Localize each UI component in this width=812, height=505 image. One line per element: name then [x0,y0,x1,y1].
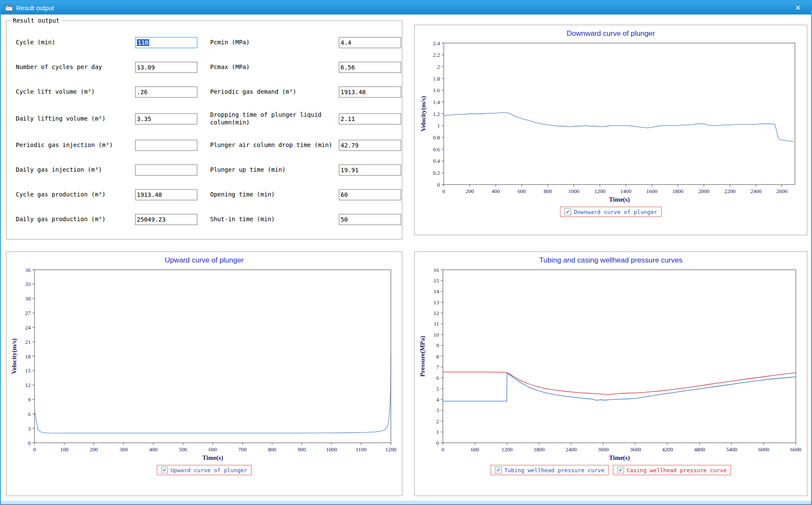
upward-legend-label: Upward curve of plunger [170,467,247,473]
svg-text:21: 21 [25,339,31,345]
liquid-drop-time-value: 2.11 [341,115,355,122]
svg-text:1: 1 [436,429,439,435]
app-window: Result output ✕ Result output Cycle (min… [0,0,812,505]
svg-text:1: 1 [437,122,440,129]
periodic-gas-injection-input[interactable] [135,140,197,151]
daily-lifting-volume-input[interactable]: 3.35 [135,113,197,124]
cycle-min-input[interactable]: 110 [135,37,197,48]
svg-text:33: 33 [25,281,31,287]
daily-gas-production-input[interactable]: 25049.23 [135,214,197,225]
svg-text:1200: 1200 [385,446,396,453]
svg-text:Time(s): Time(s) [202,454,223,462]
shut-in-time-value: 50 [341,216,348,223]
casing-legend-label: Casing wellhead pressure curve [627,467,727,473]
svg-text:0: 0 [33,446,36,453]
plunger-up-time-label: Plunger up time (min) [199,166,339,174]
svg-text:1.2: 1.2 [433,111,440,117]
cycle-min-label: Cycle (min) [16,39,135,46]
upward-legend-checkbox[interactable]: ✓ [161,467,168,473]
svg-text:3000: 3000 [598,446,609,453]
svg-text:100: 100 [60,446,69,453]
svg-text:600: 600 [471,446,480,453]
svg-text:9: 9 [436,342,439,349]
shut-in-time-input[interactable]: 50 [339,214,401,225]
downward-legend-label: Downward curve of plunger [574,209,657,215]
svg-text:2400: 2400 [566,446,577,453]
cycle-lift-volume-value: .26 [137,89,147,95]
pcmin-label: Pcmin (MPa) [199,39,339,46]
svg-text:2: 2 [437,63,440,70]
svg-text:0: 0 [442,446,445,453]
casing-legend-checkbox[interactable]: ✓ [617,467,624,473]
svg-text:Velocity(m/s): Velocity(m/s) [11,338,18,374]
svg-text:500: 500 [179,446,188,453]
downward-legend-checkbox[interactable]: ✓ [564,208,571,215]
cycles-per-day-input[interactable]: 13.09 [135,62,197,73]
cycle-min-value: 110 [137,39,149,46]
svg-text:1200: 1200 [594,188,605,194]
svg-text:400: 400 [491,188,500,194]
cycle-gas-production-value: 1913.48 [137,191,162,198]
check-icon: ✓ [162,467,167,473]
svg-text:700: 700 [238,446,247,453]
svg-text:2.2: 2.2 [433,52,440,58]
svg-text:2600: 2600 [776,188,787,194]
pcmax-input[interactable]: 6.56 [339,62,401,73]
daily-gas-production-label: Daily gas production (m³) [16,216,135,223]
periodic-gas-demand-label: Periodic gas demand (m³) [199,88,339,96]
svg-text:3: 3 [436,407,439,413]
pressure-chart-title: Tubing and casing wellhead pressure curv… [415,256,807,265]
svg-text:1.4: 1.4 [433,99,440,105]
svg-text:600: 600 [517,188,526,194]
svg-text:900: 900 [298,446,306,453]
client-area: Result output Cycle (min) 110 Pcmin (MPa… [1,14,811,501]
cycle-gas-production-input[interactable]: 1913.48 [135,189,197,200]
upward-legend: ✓ Upward curve of plunger [6,465,402,475]
svg-text:1100: 1100 [356,446,367,453]
downward-chart-panel: Downward curve of plunger 02004006008001… [414,25,807,235]
pcmin-input[interactable]: 4.4 [339,37,401,48]
svg-text:4200: 4200 [662,446,673,453]
air-drop-time-input[interactable]: 42.79 [339,140,401,151]
pcmax-value: 6.56 [341,64,355,71]
pcmax-label: Pcmax (MPa) [199,63,339,71]
daily-gas-production-value: 25049.23 [137,216,165,223]
air-drop-time-value: 42.79 [341,142,358,149]
svg-text:2000: 2000 [698,188,709,194]
svg-text:6: 6 [436,375,439,381]
cycle-gas-production-label: Cycle gas production (m³) [16,191,135,199]
periodic-gas-injection-label: Periodic gas injection (m³) [16,141,135,149]
tubing-legend-checkbox[interactable]: ✓ [495,467,502,473]
svg-text:15: 15 [25,367,31,374]
plunger-up-time-input[interactable]: 19.91 [339,164,401,176]
svg-text:800: 800 [543,188,552,194]
app-icon [5,4,13,12]
svg-text:1800: 1800 [672,188,683,194]
daily-lifting-volume-label: Daily lifting volume (m³) [16,115,135,123]
close-button[interactable]: ✕ [789,1,807,14]
svg-text:14: 14 [433,288,439,294]
pressure-plot: 0600120018002400300036004200480054006000… [418,265,803,462]
svg-text:Velocity(m/s): Velocity(m/s) [420,96,427,132]
svg-text:0: 0 [28,440,31,446]
upward-chart-panel: Upward curve of plunger 0100200300400500… [6,251,402,496]
cycles-per-day-label: Number of cycles per day [16,63,135,71]
liquid-drop-time-input[interactable]: 2.11 [339,113,401,124]
svg-text:18: 18 [25,353,31,360]
opening-time-label: Opening time (min) [199,191,339,199]
pressure-legend: ✓ Tubing wellhead pressure curve ✓ Casin… [415,465,807,475]
svg-text:5: 5 [436,386,439,392]
check-icon: ✓ [566,209,570,215]
periodic-gas-demand-input[interactable]: 1913.48 [339,87,401,98]
groupbox-title: Result output [11,17,62,24]
opening-time-value: 60 [341,191,348,198]
svg-text:1.6: 1.6 [433,87,440,93]
title-bar[interactable]: Result output ✕ [1,1,811,14]
svg-text:36: 36 [25,267,31,273]
svg-text:1.8: 1.8 [433,75,440,82]
daily-gas-injection-input[interactable] [135,164,197,176]
cycle-lift-volume-input[interactable]: .26 [135,87,197,98]
result-output-groupbox: Result output Cycle (min) 110 Pcmin (MPa… [6,20,402,240]
air-drop-time-label: Plunger air column drop time (min) [199,141,339,149]
opening-time-input[interactable]: 60 [339,189,401,200]
